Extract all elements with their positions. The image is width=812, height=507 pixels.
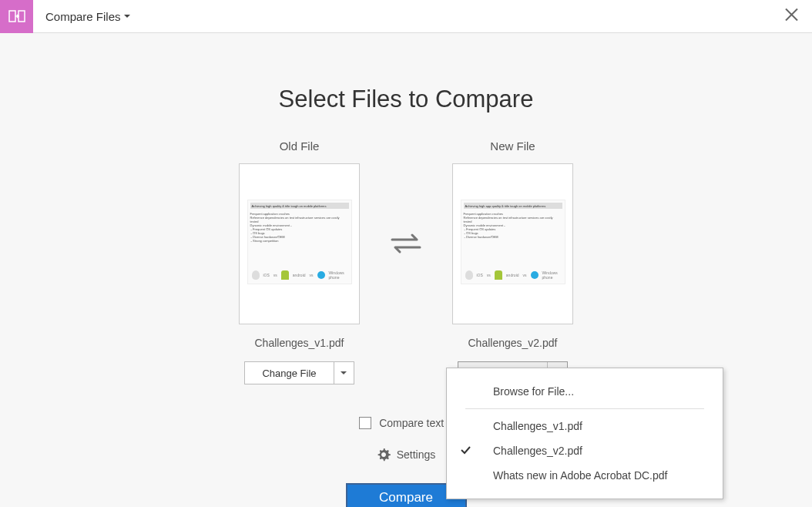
chevron-down-icon: [124, 15, 130, 18]
dropdown-file-item[interactable]: Whats new in Adobe Acrobat DC.pdf: [447, 463, 723, 488]
new-file-name: Challenges_v2.pdf: [468, 337, 558, 349]
old-file-change-button[interactable]: Change File: [245, 362, 333, 384]
dropdown-separator: [465, 408, 704, 409]
page-title: Select Files to Compare: [0, 86, 812, 113]
dropdown-item-label: Challenges_v1.pdf: [493, 420, 582, 432]
change-file-dropdown-menu: Browse for File... Challenges_v1.pdf Cha…: [446, 368, 723, 499]
swap-arrows-icon[interactable]: [389, 232, 423, 255]
files-row: Old File Achieving high quality & title …: [0, 139, 812, 384]
old-file-thumbnail: Achieving high quality & title tough on …: [247, 200, 352, 284]
dropdown-file-item[interactable]: Challenges_v2.pdf: [447, 438, 723, 463]
header-title-dropdown[interactable]: Compare Files: [45, 10, 130, 23]
new-file-column: New File Achieving high app quality & ti…: [452, 139, 573, 384]
new-file-thumbnail: Achieving high app quality & title tough…: [461, 200, 565, 284]
header-title-text: Compare Files: [45, 10, 121, 23]
compare-text-checkbox[interactable]: [359, 417, 371, 429]
old-file-change-dropdown[interactable]: [334, 362, 354, 384]
old-file-change-group: Change File: [244, 361, 354, 384]
gear-icon: [377, 448, 391, 462]
header-bar: Compare Files: [0, 0, 812, 33]
swap-column: [389, 163, 423, 324]
chevron-down-icon: [341, 371, 347, 375]
dropdown-browse-item[interactable]: Browse for File...: [447, 379, 723, 404]
compare-text-label: Compare text o: [379, 417, 453, 429]
close-button[interactable]: [785, 8, 798, 25]
close-icon: [785, 8, 798, 22]
svg-rect-1: [18, 11, 25, 22]
svg-rect-0: [9, 11, 15, 22]
old-file-preview[interactable]: Achieving high quality & title tough on …: [239, 163, 360, 324]
dropdown-file-item[interactable]: Challenges_v1.pdf: [447, 414, 723, 438]
settings-label: Settings: [397, 448, 436, 461]
dropdown-item-label: Challenges_v2.pdf: [493, 445, 582, 457]
check-icon: [461, 445, 471, 457]
old-file-name: Challenges_v1.pdf: [255, 337, 344, 349]
app-icon: [0, 0, 33, 33]
old-file-label: Old File: [280, 139, 320, 153]
new-file-label: New File: [490, 139, 535, 153]
dropdown-item-label: Whats new in Adobe Acrobat DC.pdf: [493, 469, 667, 482]
new-file-preview[interactable]: Achieving high app quality & title tough…: [452, 163, 573, 324]
old-file-column: Old File Achieving high quality & title …: [239, 139, 360, 384]
